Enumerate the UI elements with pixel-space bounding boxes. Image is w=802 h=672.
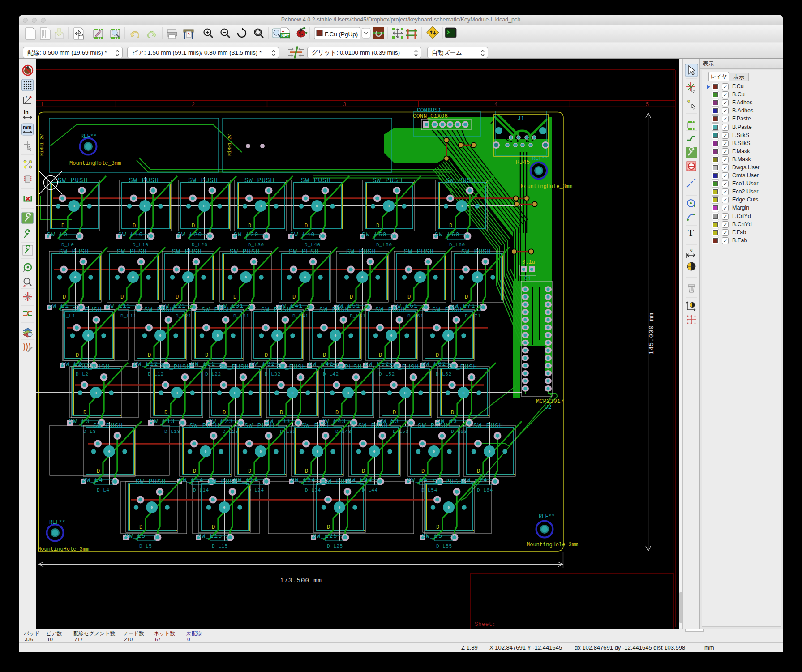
svg-text:173.500 mm: 173.500 mm [280, 577, 322, 584]
svg-text:3: 3 [343, 102, 346, 108]
svg-text:NET: NET [281, 34, 290, 38]
svg-text:D_L0: D_L0 [61, 242, 74, 248]
svg-text:D_L32: D_L32 [265, 372, 281, 377]
svg-text:SW_L40: SW_L40 [290, 231, 315, 238]
svg-text:MountingHole_3mm: MountingHole_3mm [69, 160, 121, 167]
svg-text:D_L2: D_L2 [76, 372, 88, 377]
svg-text:r: r [26, 95, 27, 99]
svg-text:RJ45: RJ45 [516, 159, 530, 166]
svg-text:F.Cu (PgUp): F.Cu (PgUp) [325, 31, 358, 38]
svg-text:D_L25: D_L25 [327, 544, 343, 549]
svg-text:2: 2 [192, 102, 195, 108]
svg-text:NiMH1.2V: NiMH1.2V [40, 134, 45, 156]
svg-text:REF**: REF** [49, 519, 65, 526]
svg-text:REF**: REF** [81, 133, 97, 140]
svg-text:D_L60: D_L60 [449, 242, 465, 248]
svg-text:U2: U2 [545, 404, 552, 411]
svg-text:SW_L10: SW_L10 [118, 231, 143, 238]
svg-text:D_L10: D_L10 [133, 242, 149, 248]
svg-text:4: 4 [494, 102, 497, 108]
svg-text:D_L34: D_L34 [305, 488, 321, 493]
svg-text:D_L13: D_L13 [164, 429, 180, 434]
svg-text:mm: mm [23, 124, 32, 130]
svg-text:D_L3: D_L3 [83, 429, 96, 434]
svg-text:D_L4: D_L4 [97, 488, 109, 493]
svg-text:SW_L30: SW_L30 [234, 231, 259, 238]
svg-text:D_L55: D_L55 [436, 544, 452, 549]
svg-text:5: 5 [646, 102, 649, 108]
svg-text:D_L5: D_L5 [139, 544, 152, 549]
svg-text:SW_L3: SW_L3 [69, 418, 90, 425]
svg-text:SW_L34: SW_L34 [291, 477, 316, 484]
svg-text:D_L20: D_L20 [192, 242, 208, 248]
svg-text:SW_L0: SW_L0 [47, 231, 68, 238]
svg-text:SW_55: SW_55 [422, 533, 443, 539]
svg-text:D_L52: D_L52 [379, 372, 395, 377]
svg-text:SW_L1: SW_L1 [48, 303, 69, 309]
svg-text:SW_L20: SW_L20 [177, 231, 202, 238]
svg-text:Sheet:: Sheet: [475, 621, 496, 628]
svg-text:D_L44: D_L44 [362, 488, 378, 493]
svg-text:D_L54: D_L54 [421, 488, 437, 493]
svg-text:SW_L11: SW_L11 [106, 303, 131, 309]
svg-text:D_L64: D_L64 [477, 488, 493, 493]
svg-text:SW_L5: SW_L5 [125, 533, 146, 539]
svg-text:SW_L60: SW_L60 [435, 231, 460, 238]
svg-text:SW_L4: SW_L4 [82, 477, 103, 484]
svg-text:D_L11: D_L11 [120, 313, 137, 319]
svg-text:CONN_01X06: CONN_01X06 [413, 113, 448, 120]
svg-text:SW_L13: SW_L13 [150, 418, 175, 425]
svg-text:J1: J1 [517, 115, 524, 122]
svg-text:SW_L25: SW_L25 [313, 533, 338, 539]
svg-text:D_L12: D_L12 [148, 372, 164, 377]
svg-text:N: N [690, 248, 693, 253]
svg-text:D_L40: D_L40 [305, 242, 321, 248]
svg-text:D_L42: D_L42 [323, 372, 339, 377]
svg-text:In: In [24, 109, 29, 116]
svg-text:T: T [688, 227, 694, 238]
svg-text:SW_L14: SW_L14 [179, 477, 204, 484]
svg-text:0.1u: 0.1u [522, 259, 535, 265]
svg-text:D_L62: D_L62 [436, 372, 452, 377]
svg-text:145.000 mm: 145.000 mm [648, 312, 655, 355]
svg-text:D_L30: D_L30 [248, 242, 264, 248]
svg-text:SW_64: SW_64 [407, 477, 428, 484]
svg-text:REF**: REF** [539, 514, 555, 520]
svg-text:SW_L15: SW_L15 [197, 533, 223, 539]
svg-text:NiMH1.2V: NiMH1.2V [227, 134, 232, 156]
svg-text:MountingHole_3mm: MountingHole_3mm [521, 184, 572, 190]
svg-text:1: 1 [40, 102, 43, 108]
svg-text:SW_L50: SW_L50 [362, 231, 387, 238]
svg-text:D_L50: D_L50 [376, 242, 392, 248]
svg-text:MountingHole_3mm: MountingHole_3mm [38, 546, 89, 552]
svg-text:MountingHole_3mm: MountingHole_3mm [527, 542, 578, 548]
svg-text:D_L15: D_L15 [212, 544, 228, 549]
